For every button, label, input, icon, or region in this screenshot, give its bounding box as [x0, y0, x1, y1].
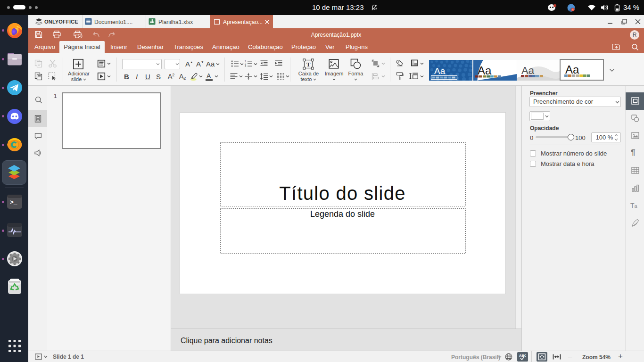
svg-text:o: o	[572, 8, 574, 11]
svg-text:3: 3	[245, 65, 246, 67]
svg-text:Aa: Aa	[478, 64, 492, 77]
svg-text:ABC: ABC	[519, 354, 526, 358]
svg-text:Aa: Aa	[434, 66, 446, 76]
svg-text:>_: >_	[10, 199, 17, 206]
svg-text:Aa: Aa	[565, 63, 579, 76]
svg-text:T: T	[306, 61, 311, 68]
svg-text:Aa: Aa	[521, 65, 535, 76]
